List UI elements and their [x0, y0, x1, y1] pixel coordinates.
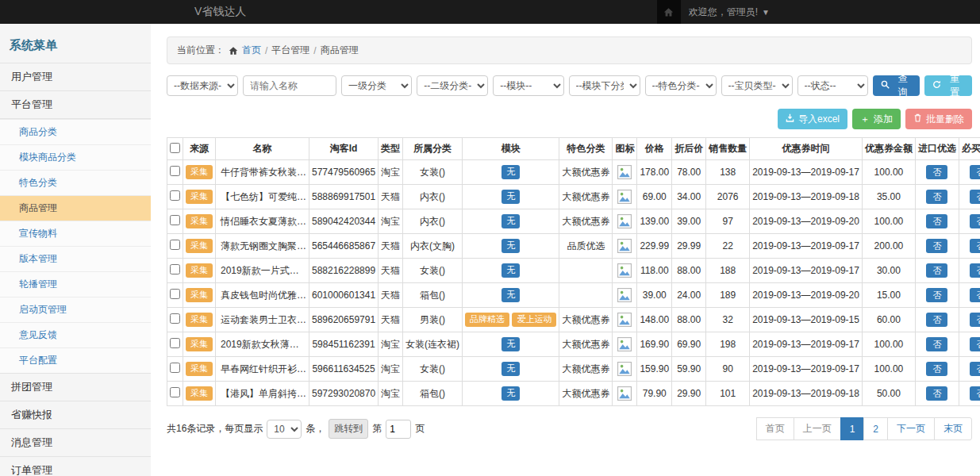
sidebar-group-item[interactable]: 拼团管理 [0, 373, 151, 401]
row-checkbox[interactable] [170, 338, 180, 348]
row-checkbox[interactable] [170, 313, 180, 324]
page-button[interactable]: 首页 [756, 417, 794, 440]
must-buy-toggle[interactable]: 否 [970, 239, 980, 253]
import-excel-button[interactable]: 导入excel [778, 109, 847, 129]
sidebar-group-item[interactable]: 订单管理 [0, 456, 151, 476]
page-button[interactable]: 末页 [934, 417, 972, 440]
refresh-icon [932, 80, 941, 91]
page-button[interactable]: 下一页 [887, 417, 935, 440]
module-tag-badge: 爱上运动 [512, 313, 556, 326]
product-category: 男装() [403, 308, 463, 332]
filter-select[interactable]: --模块下分类-- [569, 75, 640, 96]
import-select-toggle[interactable]: 否 [926, 239, 947, 253]
add-button[interactable]: ＋ 添加 [852, 109, 901, 129]
sidebar-group-item[interactable]: 消息管理 [0, 428, 151, 456]
col-sales: 销售数量 [706, 138, 750, 160]
sales-count: 32 [706, 308, 750, 332]
home-button[interactable] [657, 0, 681, 24]
row-checkbox[interactable] [170, 166, 180, 176]
sidebar-sub-item[interactable]: 轮播管理 [0, 271, 151, 297]
coupon-time: 2019-09-13—2019-09-17 [750, 234, 863, 259]
row-checkbox[interactable] [170, 190, 180, 201]
search-button[interactable]: 查询 [873, 75, 920, 96]
row-checkbox[interactable] [170, 289, 180, 299]
price: 169.90 [637, 332, 672, 357]
name-search-input[interactable] [243, 75, 336, 96]
must-buy-toggle[interactable]: 否 [970, 263, 980, 278]
table-body: 采集 牛仔背带裤女秋装减龄... 577479560965 淘宝 女装() 无 … [167, 160, 980, 406]
import-select-toggle[interactable]: 否 [926, 190, 947, 204]
price: 69.00 [637, 185, 672, 209]
coupon-time: 2019-09-13—2019-09-17 [750, 357, 863, 382]
sidebar-group-item[interactable]: 用户管理 [0, 63, 151, 90]
user-menu[interactable]: 欢迎您，管理员! ▼ [681, 6, 778, 19]
import-select-toggle[interactable]: 否 [926, 337, 947, 351]
must-buy-toggle[interactable]: 否 [970, 313, 980, 327]
must-buy-toggle[interactable]: 否 [970, 190, 980, 204]
filter-select[interactable]: --宝贝类型-- [721, 75, 793, 96]
import-select-toggle[interactable]: 否 [926, 214, 947, 228]
select-all-checkbox[interactable] [170, 143, 180, 153]
row-checkbox[interactable] [170, 240, 180, 250]
must-buy-toggle[interactable]: 否 [970, 362, 980, 376]
sidebar-sub-item[interactable]: 商品分类 [0, 119, 151, 144]
sidebar-group-item[interactable]: 平台管理 [0, 90, 151, 119]
per-page-select[interactable]: 10 [267, 420, 302, 439]
sidebar-sub-item[interactable]: 模块商品分类 [0, 144, 151, 170]
import-select-toggle[interactable]: 否 [926, 288, 947, 302]
breadcrumb-prefix: 当前位置： [177, 44, 225, 57]
product-category: 女装() [403, 160, 463, 185]
reset-button[interactable]: 重置 [924, 75, 972, 96]
row-checkbox[interactable] [170, 215, 180, 225]
module-none-badge: 无 [502, 214, 520, 228]
import-select-toggle[interactable]: 否 [926, 362, 947, 376]
col-discount-price: 折后价 [672, 138, 706, 160]
taoke-id: 597293020870 [309, 382, 379, 406]
page-number-input[interactable] [386, 420, 411, 439]
filter-select[interactable]: --模块-- [493, 75, 563, 96]
page-button[interactable]: 1 [840, 417, 865, 440]
row-checkbox[interactable] [170, 363, 180, 373]
col-coupon-time: 优惠券时间 [750, 138, 863, 160]
jump-button[interactable]: 跳转到 [329, 419, 368, 439]
source-badge: 采集 [186, 313, 213, 326]
pagination-summary: 共16条记录，每页显示 10 条， 跳转到 第 页 [167, 419, 425, 439]
row-checkbox[interactable] [170, 264, 180, 274]
data-source-select[interactable]: --数据来源-- [167, 75, 238, 96]
import-select-toggle[interactable]: 否 [926, 313, 947, 327]
module-none-badge: 无 [502, 337, 520, 351]
row-checkbox[interactable] [170, 387, 180, 397]
must-buy-toggle[interactable]: 否 [970, 337, 980, 351]
breadcrumb-item: 平台管理 [271, 44, 309, 57]
filter-select[interactable]: --二级分类-- [417, 75, 488, 96]
import-select-toggle[interactable]: 否 [926, 263, 947, 278]
filter-select[interactable]: --状态-- [797, 75, 868, 96]
page-button[interactable]: 上一页 [794, 417, 841, 440]
filter-select[interactable]: 一级分类 [341, 75, 412, 96]
page-button[interactable]: 2 [863, 417, 888, 440]
must-buy-toggle[interactable]: 否 [970, 288, 980, 302]
sidebar-sub-item[interactable]: 启动页管理 [0, 297, 151, 322]
sidebar-sub-item[interactable]: 商品管理 [0, 195, 151, 221]
sidebar-sub-item[interactable]: 宣传物料 [0, 221, 151, 246]
sidebar-sub-item[interactable]: 平台配置 [0, 347, 151, 373]
discount-price: 88.00 [672, 308, 706, 332]
sidebar-group-item[interactable]: 省赚快报 [0, 401, 151, 428]
sidebar-sub-item[interactable]: 版本管理 [0, 246, 151, 271]
must-buy-toggle[interactable]: 否 [970, 165, 980, 179]
icon-cell [613, 357, 637, 382]
batch-delete-button[interactable]: 批量删除 [905, 109, 972, 129]
sidebar-sub-item[interactable]: 特色分类 [0, 170, 151, 195]
breadcrumb: 当前位置： 首页 / 平台管理 / 商品管理 [167, 36, 972, 64]
module-cell: 无 [463, 283, 559, 308]
sidebar-sub-item[interactable]: 意见反馈 [0, 322, 151, 347]
filter-select[interactable]: --特色分类-- [645, 75, 717, 96]
import-select-toggle[interactable]: 否 [926, 165, 947, 179]
breadcrumb-home-link[interactable]: 首页 [242, 44, 261, 57]
import-select-toggle[interactable]: 否 [926, 386, 947, 401]
breadcrumb-item-current: 商品管理 [321, 44, 359, 57]
must-buy-toggle[interactable]: 否 [970, 214, 980, 228]
discount-price: 29.90 [672, 382, 706, 406]
product-name: 【七色纺】可爱纯棉家... [216, 185, 309, 209]
must-buy-toggle[interactable]: 否 [970, 386, 980, 401]
